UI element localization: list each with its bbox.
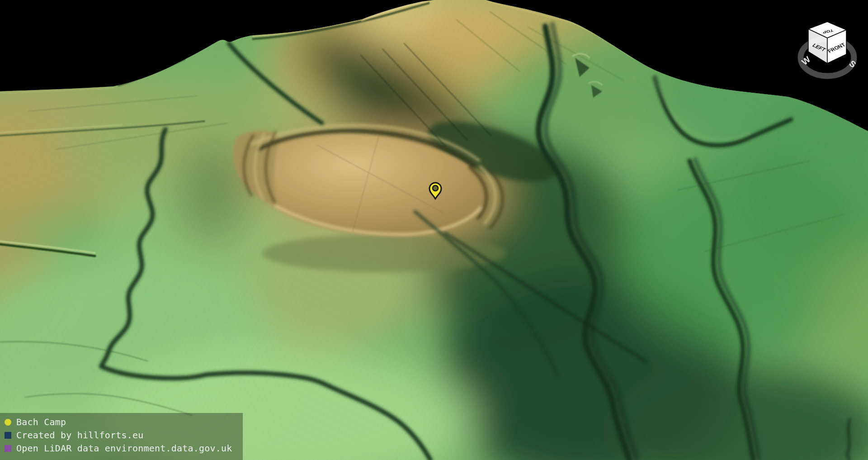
- site-swatch-icon: [5, 419, 11, 426]
- legend-item-datasource: Open LiDAR data environment.data.gov.uk: [5, 442, 243, 454]
- lidar-viewport[interactable]: W S TOP LEFT FRONT Bach Camp Created by …: [0, 0, 868, 460]
- legend-item-credit: Created by hillforts.eu: [5, 429, 243, 441]
- legend-site-label: Bach Camp: [16, 416, 66, 428]
- legend: Bach Camp Created by hillforts.eu Open L…: [0, 413, 243, 460]
- legend-credit-label: Created by hillforts.eu: [16, 429, 144, 441]
- legend-datasource-label: Open LiDAR data environment.data.gov.uk: [16, 442, 232, 454]
- terrain-render[interactable]: [0, 0, 868, 460]
- legend-item-site: Bach Camp: [5, 416, 243, 428]
- datasource-swatch-icon: [5, 445, 11, 452]
- credit-swatch-icon: [5, 432, 11, 439]
- view-cube[interactable]: W S TOP LEFT FRONT: [791, 14, 868, 86]
